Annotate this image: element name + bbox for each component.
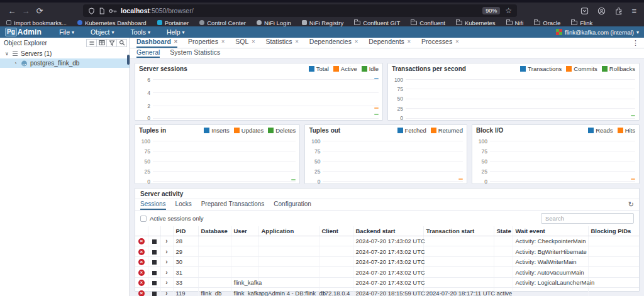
bookmark-nifi-login[interactable]: NiFi Login <box>257 19 291 26</box>
tab-properties[interactable]: Properties× <box>188 38 225 48</box>
chart-legend: Fetched Returned <box>397 127 463 134</box>
bookmark-folder-confluent-git[interactable]: Confluent GIT <box>354 19 400 26</box>
tab-statistics[interactable]: Statistics× <box>266 38 299 48</box>
tab-sql[interactable]: SQL× <box>235 38 255 48</box>
checkbox-active-sessions-only[interactable] <box>140 216 147 222</box>
key-icon[interactable] <box>109 8 117 14</box>
terminate-session-icon[interactable]: × <box>138 280 145 286</box>
expand-row-icon[interactable]: › <box>165 238 167 244</box>
shield-icon[interactable] <box>88 8 95 14</box>
tab-dependents[interactable]: Dependents× <box>369 38 411 48</box>
kebab-menu-icon[interactable]: ⋮ <box>632 39 639 48</box>
menu-icon[interactable]: ≡ <box>631 6 636 16</box>
pocket-icon[interactable] <box>580 7 589 15</box>
bookmark-folder-nifi[interactable]: Nifi <box>506 19 524 26</box>
cancel-query-icon[interactable] <box>152 260 157 265</box>
tree-node-postgres-flink-db[interactable]: › postgres_flink_db <box>0 58 130 68</box>
tab-dependencies[interactable]: Dependencies× <box>309 38 358 48</box>
cancel-query-icon[interactable] <box>152 250 157 255</box>
cancel-query-icon[interactable] <box>152 271 157 275</box>
tab-locks[interactable]: Locks <box>175 200 192 210</box>
close-icon[interactable]: × <box>296 38 299 45</box>
close-icon[interactable]: × <box>355 38 358 45</box>
subtab-general[interactable]: General <box>136 48 160 58</box>
expand-row-icon[interactable]: › <box>165 248 167 255</box>
reload-icon[interactable]: ⟳ <box>33 6 47 16</box>
menu-help[interactable]: Help▾ <box>167 28 185 36</box>
bookmark-folder-kubernetes[interactable]: Kubernetes <box>456 19 496 26</box>
search-objects-button[interactable] <box>116 39 127 47</box>
col-pid[interactable]: PID <box>173 226 198 236</box>
col-transaction-start[interactable]: Transaction start <box>423 226 494 236</box>
search-icon <box>119 40 125 46</box>
tab-prepared-transactions[interactable]: Prepared Transactions <box>201 200 265 210</box>
bookmark-folder-flink[interactable]: Flink <box>571 19 592 26</box>
user-menu[interactable]: flink@kafka.com (internal) ▾ <box>556 29 639 36</box>
legend-swatch-hits <box>618 128 623 133</box>
col-client[interactable]: Client <box>319 226 353 236</box>
col-application[interactable]: Application <box>258 226 319 236</box>
col-blocking-pids[interactable]: Blocking PIDs <box>588 226 639 236</box>
bookmark-folder-confluent[interactable]: Confluent <box>411 19 445 26</box>
folder-icon <box>571 21 577 25</box>
col-backend-start[interactable]: Backend start <box>353 226 423 236</box>
view-data-tool-button[interactable] <box>96 39 107 47</box>
col-database[interactable]: Database <box>198 226 231 236</box>
url-bar[interactable]: localhost:5050/browser/ 90% ☆ <box>83 4 517 17</box>
server-activity-tool-button[interactable] <box>86 39 97 47</box>
expand-row-icon[interactable]: › <box>165 290 167 296</box>
page-icon[interactable] <box>99 8 105 14</box>
terminate-session-icon[interactable]: × <box>138 259 145 265</box>
terminate-session-icon[interactable]: × <box>138 290 145 296</box>
tab-configuration[interactable]: Configuration <box>274 200 311 210</box>
tree-node-servers[interactable]: ∨ Servers (1) <box>0 49 130 58</box>
terminate-session-icon[interactable]: × <box>138 238 145 244</box>
chart-title: Tuples out <box>309 127 340 134</box>
close-icon[interactable]: × <box>455 38 458 45</box>
close-icon[interactable]: × <box>174 38 177 45</box>
subtab-system-statistics[interactable]: System Statistics <box>170 48 220 58</box>
extensions-icon[interactable] <box>614 7 623 15</box>
bookmark-star-icon[interactable]: ☆ <box>505 6 512 15</box>
filter-tool-button[interactable] <box>106 39 117 47</box>
back-icon[interactable]: ← <box>5 6 19 16</box>
expand-row-icon[interactable]: › <box>165 258 167 265</box>
close-icon[interactable]: × <box>221 38 225 45</box>
col-user[interactable]: User <box>231 226 258 236</box>
active-sessions-filter[interactable]: Active sessions only <box>140 215 204 222</box>
sidebar-scrollbar[interactable] <box>127 55 130 65</box>
col-state[interactable]: State <box>494 226 513 236</box>
tab-sessions[interactable]: Sessions <box>140 200 166 210</box>
close-icon[interactable]: × <box>252 38 255 45</box>
search-input[interactable] <box>541 213 634 224</box>
menu-object[interactable]: Object▾ <box>91 28 114 36</box>
bookmark-kubernetes-dashboard[interactable]: Kubernetes Dashboard <box>77 19 147 26</box>
menu-file[interactable]: File▾ <box>59 28 74 36</box>
cancel-query-icon[interactable] <box>152 239 157 244</box>
bookmark-import[interactable]: Import bookmarks... <box>6 19 67 26</box>
bookmark-nifi-registry[interactable]: NiFi Registry <box>302 19 343 26</box>
tab-processes[interactable]: Processes× <box>421 38 458 48</box>
refresh-icon[interactable]: ↻ <box>628 200 634 210</box>
col-wait-event[interactable]: Wait event <box>513 226 588 236</box>
terminate-session-icon[interactable]: × <box>138 249 145 255</box>
menu-tools[interactable]: Tools▾ <box>130 28 150 36</box>
chevron-down-icon: ▾ <box>182 30 185 35</box>
legend-swatch-returned <box>431 128 436 133</box>
account-icon[interactable] <box>597 7 606 15</box>
close-icon[interactable]: × <box>408 38 411 45</box>
expand-row-icon[interactable]: › <box>165 269 167 276</box>
bookmark-control-center[interactable]: Control Center <box>199 19 246 26</box>
bookmark-folder-oracle[interactable]: Oracle <box>534 19 560 26</box>
chevron-right-icon[interactable]: › <box>13 60 18 66</box>
cancel-query-icon[interactable] <box>152 281 157 285</box>
table-row: × › 30 2024-07-20 17:43:02 UTC Activity:… <box>135 256 639 266</box>
chevron-down-icon[interactable]: ∨ <box>4 51 9 57</box>
terminate-session-icon[interactable]: × <box>138 270 145 276</box>
bookmark-portainer[interactable]: Portainer <box>157 19 189 26</box>
tab-dashboard[interactable]: Dashboard× <box>136 38 177 48</box>
expand-row-icon[interactable]: › <box>165 279 167 286</box>
zoom-level-badge[interactable]: 90% <box>482 7 500 14</box>
forward-icon[interactable]: → <box>19 6 33 16</box>
cancel-query-icon[interactable] <box>152 292 157 296</box>
